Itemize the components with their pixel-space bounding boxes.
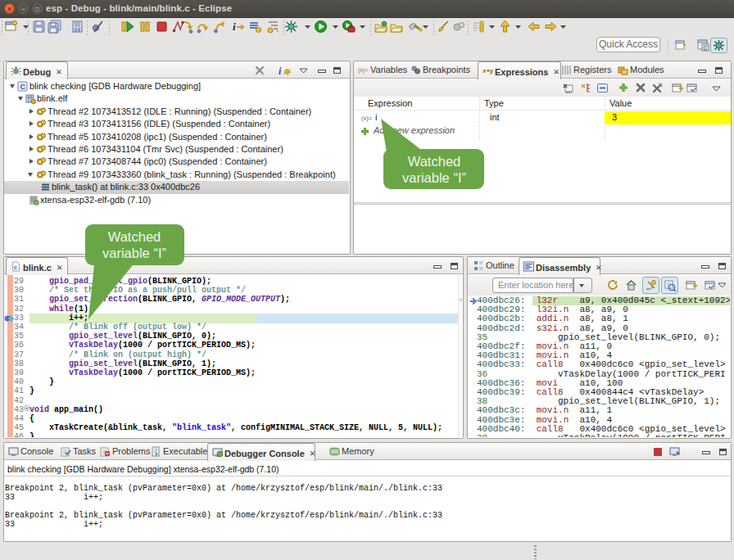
- svg-text:C: C: [704, 45, 708, 51]
- svg-text:i: i: [279, 65, 282, 76]
- svg-text:(x)=: (x)=: [361, 115, 373, 122]
- svg-text:i: i: [233, 20, 236, 33]
- svg-text:(x)=: (x)=: [358, 67, 368, 74]
- svg-text:variable “I”: variable “I”: [102, 246, 166, 260]
- svg-text:C: C: [20, 83, 25, 91]
- svg-text:Watched: Watched: [408, 154, 461, 169]
- svg-text:Watched: Watched: [108, 229, 161, 244]
- svg-text:x+y: x+y: [483, 67, 493, 75]
- svg-text:variable “I”: variable “I”: [402, 170, 466, 185]
- svg-text:c: c: [14, 264, 17, 271]
